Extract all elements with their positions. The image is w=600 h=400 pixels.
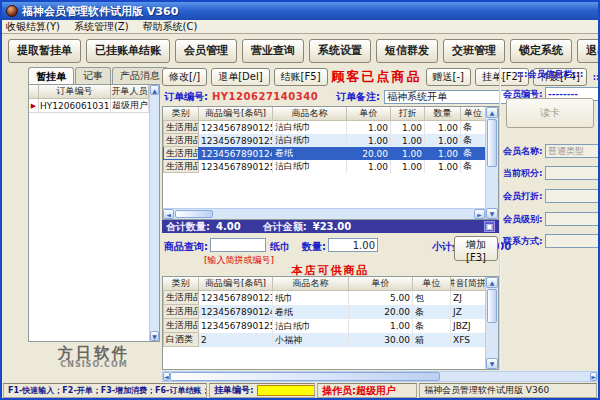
tab-held-orders[interactable]: 暂挂单 [28, 67, 74, 85]
totals-detail-icon[interactable]: ▣ [484, 221, 495, 232]
product-category: 生活用品 [163, 305, 199, 319]
col-category[interactable]: 类别 [163, 277, 199, 291]
member-contact-field[interactable] [545, 234, 600, 248]
col-price[interactable]: 单价 [347, 107, 391, 121]
hscroll-track[interactable] [440, 372, 591, 381]
held-order-row[interactable]: ▶ HY120606103115 超级用户 [29, 99, 159, 113]
total-amount-label: 合计金额: [263, 220, 307, 234]
product-row[interactable]: 生活用品 1234567890124 卷纸 20.00 条 JZ [163, 305, 485, 319]
product-category: 白酒类 [163, 333, 199, 347]
hscroll-track[interactable] [214, 209, 474, 219]
col-name[interactable]: 商品名称 [273, 277, 349, 291]
vscroll-thumb[interactable] [487, 289, 497, 323]
col-unit[interactable]: 单位 [461, 107, 485, 121]
col-barcode[interactable]: 商品编号[条码] [199, 277, 273, 291]
col-qty[interactable]: 数量 [425, 107, 461, 121]
product-barcode: 1234567890125 [199, 319, 273, 333]
col-unit[interactable]: 单位 [413, 277, 451, 291]
picked-items-grid: 类别 商品编号[条码] 商品名称 单价 打折 数量 单位 生活用品 123456… [163, 107, 485, 219]
store-products-grid: 类别 商品编号[条码] 商品名称 单价 单位 拼音[简拼] 生活用品 12345… [163, 277, 485, 369]
hold-order-input[interactable] [257, 385, 315, 396]
scroll-down-icon[interactable]: ▼ [150, 331, 159, 341]
settle-held-bills-button[interactable]: 已挂账单结账 [86, 39, 170, 63]
scroll-left-icon[interactable]: ◄ [163, 372, 170, 381]
member-name-field[interactable] [545, 144, 600, 158]
product-row[interactable]: 白酒类 2 小福神 30.00 箱 XFS [163, 333, 485, 347]
tab-product-news[interactable]: 产品消息 [112, 67, 168, 84]
product-barcode: 1234567890123 [199, 291, 273, 305]
member-management-button[interactable]: 会员管理 [175, 39, 237, 63]
item-discount: 1.00 [391, 147, 425, 160]
gift-item-button[interactable]: 赠送[-] [426, 68, 471, 86]
product-unit: 条 [413, 305, 451, 319]
product-price: 5.00 [349, 291, 413, 305]
item-row[interactable]: 生活用品 1234567890125 洁白纸巾 1.00 1.00 1.00 条 [163, 121, 485, 134]
item-category: 生活用品 [163, 160, 199, 173]
panel-separator [499, 66, 501, 370]
menu-system[interactable]: 系统管理(Z) [74, 20, 129, 34]
scroll-left-icon[interactable]: ◄ [163, 209, 174, 219]
items-hscrollbar[interactable]: ◄ ► [163, 208, 485, 219]
bottom-hscrollbar[interactable]: ◄ ► [162, 371, 598, 382]
system-settings-button[interactable]: 系统设置 [309, 39, 371, 63]
fetch-held-order-button[interactable]: 提取暂挂单 [8, 39, 81, 63]
hold-order-status: 挂单编号: [209, 383, 315, 398]
product-row[interactable]: 生活用品 1234567890125 洁白纸巾 1.00 条 JBZJ [163, 319, 485, 333]
col-discount[interactable]: 打折 [391, 107, 425, 121]
product-row[interactable]: 生活用品 1234567890123 纸巾 5.00 包 ZJ [163, 291, 485, 305]
quantity-input[interactable] [328, 238, 378, 252]
modify-item-button[interactable]: 修改[/] [162, 68, 207, 86]
lock-system-button[interactable]: 锁定系统 [510, 39, 572, 63]
scroll-up-icon[interactable]: ▲ [486, 107, 498, 118]
vscroll-track[interactable] [486, 324, 498, 358]
member-level-field[interactable] [545, 212, 600, 226]
shift-management-button[interactable]: 交班管理 [443, 39, 505, 63]
vscroll-thumb[interactable] [487, 119, 497, 167]
menu-help[interactable]: 帮助系统(C) [143, 20, 198, 34]
hscroll-thumb[interactable] [170, 372, 440, 381]
scroll-up-icon[interactable]: ▲ [150, 85, 159, 95]
products-vscrollbar[interactable]: ▲ ▼ [485, 277, 498, 369]
order-no-label: 订单编号: [164, 90, 208, 104]
scroll-right-icon[interactable]: ► [590, 372, 597, 381]
tab-notes[interactable]: 记事 [75, 67, 111, 84]
item-row[interactable]: 生活用品 1234567890125 洁白纸巾 1.00 1.00 1.00 条 [163, 134, 485, 147]
hscroll-thumb[interactable] [175, 210, 213, 218]
refund-order-button[interactable]: 退单[Del] [211, 68, 269, 86]
member-discount-field[interactable] [545, 189, 600, 203]
vendor-logo: 方日软件 CNSISO.COM [28, 346, 160, 370]
hotkeys-status: F1-快速输入；F2-开单；F3-增加消费；F6-订单结账；F7-打开钱箱 [3, 383, 207, 398]
col-category[interactable]: 类别 [163, 107, 199, 121]
exit-system-button[interactable]: 退出系统 [577, 39, 600, 63]
scroll-down-icon[interactable]: ▼ [486, 208, 498, 219]
product-query-input[interactable] [210, 238, 266, 252]
held-order-operator: 超级用户 [111, 99, 149, 113]
operator-column-header[interactable]: 开单人员 [111, 85, 149, 99]
scroll-down-icon[interactable]: ▼ [486, 358, 498, 369]
col-pinyin[interactable]: 拼音[简拼] [451, 277, 485, 291]
menu-cashier[interactable]: 收银结算(Y) [6, 20, 60, 34]
version-status: 福神会员管理软件试用版 V360 [419, 383, 597, 398]
member-points-field[interactable] [545, 166, 600, 180]
read-card-button[interactable]: 读卡 [506, 98, 594, 128]
vendor-logo-name: 方日软件 [28, 346, 160, 361]
order-no-column-header[interactable]: 订单编号 [39, 85, 111, 99]
item-row[interactable]: 生活用品 1234567890125 洁白纸巾 1.00 1.00 1.00 条 [163, 160, 485, 173]
item-barcode: 1234567890125 [199, 121, 273, 134]
vscroll-track[interactable] [486, 168, 498, 208]
item-category: 生活用品 [163, 147, 199, 160]
items-vscrollbar[interactable]: ▲ ▼ [485, 107, 498, 219]
col-name[interactable]: 商品名称 [273, 107, 347, 121]
scroll-right-icon[interactable]: ► [474, 209, 485, 219]
col-barcode[interactable]: 商品编号[条码] [199, 107, 273, 121]
business-query-button[interactable]: 营业查询 [242, 39, 304, 63]
col-price[interactable]: 单价 [349, 277, 413, 291]
scroll-up-icon[interactable]: ▲ [486, 277, 498, 288]
add-item-button[interactable]: 增加[F3] [454, 236, 498, 261]
member-contact-row: 联系方式: [503, 233, 598, 249]
settle-button[interactable]: 结账[F5] [274, 68, 328, 86]
held-orders-scrollbar[interactable]: ▲ ▼ [149, 85, 159, 341]
item-row-selected[interactable]: 生活用品 1234567890124 卷纸 20.00 1.00 1.00 条 [163, 147, 485, 160]
sms-broadcast-button[interactable]: 短信群发 [376, 39, 438, 63]
item-discount: 1.00 [391, 121, 425, 134]
